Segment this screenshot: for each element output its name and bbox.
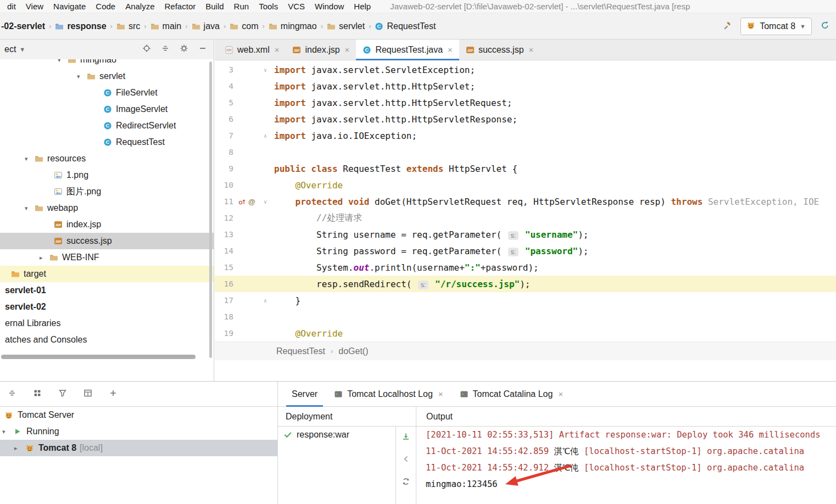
tree-item-servlet-02[interactable]: servlet-02 — [0, 299, 214, 315]
breadcrumb-item-com[interactable]: com — [230, 21, 258, 31]
fold-marker-icon[interactable]: ∨ — [260, 67, 271, 73]
code-line-12[interactable]: 12 //处理请求 — [215, 210, 836, 226]
tree-item-FileServlet[interactable]: CFileServlet — [0, 85, 214, 101]
breadcrumb-item-java[interactable]: java — [192, 21, 220, 31]
sync-icon[interactable] — [402, 477, 410, 488]
editor-tab-web.xml[interactable]: </>web.xml× — [218, 40, 286, 60]
collapse-icon[interactable] — [161, 44, 170, 55]
breadcrumb-item-servlet[interactable]: servlet — [327, 21, 365, 31]
tree-item-index.jsp[interactable]: JSPindex.jsp — [0, 216, 214, 233]
tree-vertical-scrollbar[interactable] — [209, 61, 212, 358]
fold-marker-icon[interactable]: ∧ — [260, 298, 271, 304]
code-editor[interactable]: 3∨import javax.servlet.ServletException;… — [215, 60, 836, 341]
run-tab-Tomcat-Catalina-Log[interactable]: Tomcat Catalina Log× — [454, 382, 569, 406]
build-button[interactable] — [723, 21, 732, 31]
deployment-item-response-war[interactable]: response:war — [278, 427, 395, 443]
breadcrumb-item--02-servlet[interactable]: -02-servlet — [1, 21, 45, 31]
collapse-icon[interactable] — [8, 389, 16, 399]
grid-icon[interactable] — [33, 389, 42, 399]
menu-item-vcs[interactable]: VCS — [283, 2, 310, 11]
code-line-19[interactable]: 19 @Override — [215, 325, 836, 341]
log-line[interactable]: mingmao:123456 — [416, 476, 836, 492]
tree-item-resources[interactable]: ▾resources — [0, 150, 214, 167]
run-tab-Server[interactable]: Server — [286, 382, 323, 406]
log-line[interactable]: 11-Oct-2021 14:55:42.859 淇℃伅 [localhost-… — [416, 443, 836, 460]
close-icon[interactable]: × — [275, 45, 280, 54]
menu-item-help[interactable]: Help — [349, 2, 376, 11]
menu-item-navigate[interactable]: Navigate — [48, 2, 91, 11]
breadcrumb-item-main[interactable]: main — [151, 21, 182, 31]
breadcrumb-item-mingmao[interactable]: mingmao — [269, 21, 317, 31]
breadcrumb-item-RequestTest[interactable]: CRequestTest — [375, 21, 436, 31]
menu-item-window[interactable]: Window — [310, 2, 349, 11]
server-tree-item-Running[interactable]: ▾Running — [0, 423, 277, 440]
code-line-15[interactable]: 15 System.out.println(username+":"+passw… — [215, 259, 836, 276]
server-tree-item-Tomcat-Server[interactable]: Tomcat Server — [0, 407, 277, 423]
code-line-5[interactable]: 5import javax.servlet.http.HttpServletRe… — [215, 94, 836, 111]
tree-item-WEB-INF[interactable]: ▸WEB-INF — [0, 249, 214, 266]
gear-icon[interactable] — [180, 44, 188, 55]
tree-item-webapp[interactable]: ▾webapp — [0, 200, 214, 216]
code-line-4[interactable]: 4import javax.servlet.http.HttpServlet; — [215, 78, 836, 94]
tree-item-ernal-Libraries[interactable]: ernal Libraries — [0, 315, 214, 332]
menu-item-view[interactable]: View — [21, 2, 48, 11]
code-line-17[interactable]: 17∧ } — [215, 292, 836, 309]
override-icon[interactable] — [238, 197, 247, 206]
code-line-14[interactable]: 14 String password = req.getParameter( s… — [215, 243, 836, 259]
chevron-down-icon[interactable]: ▾ — [25, 205, 35, 212]
menu-item-refactor[interactable]: Refactor — [160, 2, 201, 11]
fold-marker-icon[interactable]: ∨ — [260, 199, 271, 205]
tree-item-target[interactable]: target — [0, 266, 214, 282]
code-line-9[interactable]: 9public class RequestTest extends HttpSe… — [215, 160, 836, 177]
code-line-6[interactable]: 6import javax.servlet.http.HttpServletRe… — [215, 111, 836, 127]
menu-item-code[interactable]: Code — [91, 2, 120, 11]
close-icon[interactable]: × — [438, 389, 443, 399]
editor-tab-index.jsp[interactable]: JSPindex.jsp× — [286, 40, 356, 60]
chevron-down-icon[interactable]: ▾ — [2, 428, 13, 435]
log-line[interactable]: [2021-10-11 02:55:33,513] Artifact respo… — [416, 427, 836, 443]
close-icon[interactable]: × — [558, 389, 563, 399]
tree-item-servlet[interactable]: ▾servlet — [0, 68, 214, 85]
editor-tab-RequestTest.java[interactable]: CRequestTest.java× — [356, 40, 459, 60]
menu-item-tools[interactable]: Tools — [254, 2, 283, 11]
code-line-16[interactable]: 16 resp.sendRedirect( s: "/r/success.jsp… — [215, 276, 836, 292]
minimize-icon[interactable] — [198, 44, 207, 55]
windowpane-icon[interactable] — [83, 389, 92, 399]
tree-item-servlet-01[interactable]: servlet-01 — [0, 282, 214, 299]
code-line-13[interactable]: 13 String username = req.getParameter( s… — [215, 226, 836, 243]
close-icon[interactable]: × — [345, 45, 350, 54]
locate-icon[interactable] — [142, 44, 151, 55]
code-line-10[interactable]: 10 @Override — [215, 177, 836, 193]
menu-item-dit[interactable]: dit — [2, 2, 21, 11]
menu-item-run[interactable]: Run — [229, 2, 254, 11]
chevron-down-icon[interactable]: ▾ — [77, 73, 87, 80]
filter-icon[interactable] — [58, 389, 67, 399]
menu-item-analyze[interactable]: Analyze — [120, 2, 159, 11]
chevron-right-icon[interactable]: ▸ — [40, 254, 49, 261]
breadcrumb-item-src[interactable]: src — [116, 21, 140, 31]
editor-breadcrumb-item[interactable]: RequestTest — [276, 346, 325, 356]
deploy-icon[interactable] — [402, 432, 410, 443]
output-console[interactable]: [2021-10-11 02:55:33,513] Artifact respo… — [416, 427, 836, 504]
breadcrumb-item-response[interactable]: response — [55, 21, 106, 31]
tree-item-RedirectServlet[interactable]: CRedirectServlet — [0, 117, 214, 134]
code-line-8[interactable]: 8 — [215, 144, 836, 160]
rollback-icon[interactable] — [402, 455, 410, 465]
tree-item-1.png[interactable]: 1.png — [0, 167, 214, 183]
tree-item-success.jsp[interactable]: JSPsuccess.jsp — [0, 233, 214, 249]
fold-marker-icon[interactable]: ∧ — [260, 133, 271, 139]
code-line-7[interactable]: 7∧import java.io.IOException; — [215, 127, 836, 144]
code-line-11[interactable]: 11@∨ protected void doGet(HttpServletReq… — [215, 193, 836, 210]
tree-horizontal-scrollbar[interactable] — [1, 355, 196, 359]
plus-icon[interactable] — [109, 389, 118, 399]
close-icon[interactable]: × — [448, 45, 453, 54]
code-line-3[interactable]: 3∨import javax.servlet.ServletException; — [215, 61, 836, 78]
project-panel-title[interactable]: ect — [4, 44, 16, 54]
editor-tab-success.jsp[interactable]: JSPsuccess.jsp× — [459, 40, 540, 60]
tree-item--.png[interactable]: 图片.png — [0, 183, 214, 200]
tree-item-RequestTest[interactable]: CRequestTest — [0, 134, 214, 150]
close-icon[interactable]: × — [529, 45, 534, 54]
log-line[interactable]: 11-Oct-2021 14:55:42.912 淇℃伅 [localhost-… — [416, 460, 836, 476]
server-tree-item-Tomcat-8[interactable]: ▸Tomcat 8[local] — [0, 440, 277, 456]
chevron-right-icon[interactable]: ▸ — [14, 445, 25, 452]
